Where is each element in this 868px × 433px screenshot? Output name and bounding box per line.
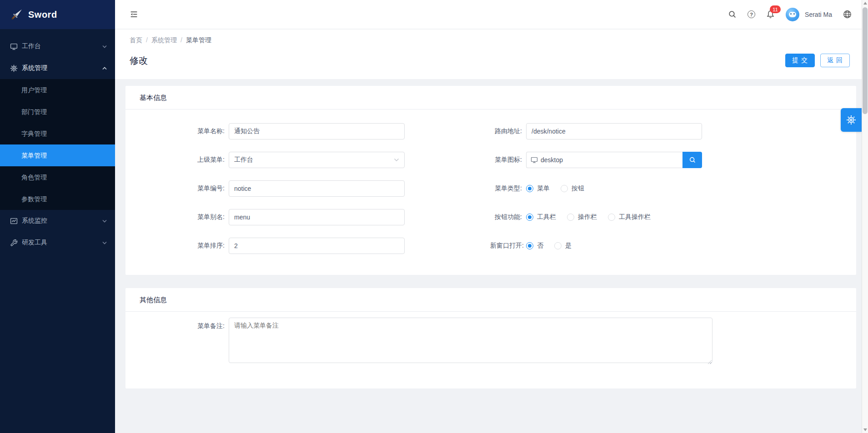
app-logo[interactable]: Sword bbox=[0, 0, 115, 29]
parent-menu-item: 上级菜单: 工作台 bbox=[125, 152, 490, 168]
user-name[interactable]: Serati Ma bbox=[805, 11, 832, 18]
menu-code-item: 菜单编号: bbox=[125, 180, 490, 197]
menu-name-input[interactable] bbox=[229, 123, 405, 139]
search-icon[interactable] bbox=[728, 10, 737, 19]
sidebar-item-system-mgmt[interactable]: 系统管理 bbox=[0, 57, 115, 79]
monitor-icon bbox=[531, 156, 538, 164]
sword-icon bbox=[11, 9, 23, 20]
chevron-down-icon bbox=[394, 158, 399, 162]
monitor-icon bbox=[10, 43, 18, 50]
radio-button[interactable]: 按钮 bbox=[561, 184, 584, 193]
sidebar-item-label: 系统监控 bbox=[22, 217, 102, 225]
notification-badge: 11 bbox=[770, 5, 781, 13]
icon-search-button[interactable] bbox=[682, 152, 702, 168]
sidebar-item-dict-mgmt[interactable]: 字典管理 bbox=[0, 123, 115, 144]
sidebar-item-role-mgmt[interactable]: 角色管理 bbox=[0, 166, 115, 188]
breadcrumb-home[interactable]: 首页 bbox=[130, 36, 142, 45]
menu-icon-input[interactable] bbox=[541, 156, 678, 164]
button-func-item: 按钮功能: 工具栏 操作栏 工具操作栏 bbox=[490, 209, 856, 225]
main-content: 基本信息 菜单名称: 路由地址: 上级菜单: 工作台 bbox=[115, 79, 862, 433]
menu-type-item: 菜单类型: 菜单 按钮 bbox=[490, 180, 856, 197]
menu-icon-label: 菜单图标: bbox=[490, 156, 526, 164]
menu-alias-item: 菜单别名: bbox=[125, 209, 490, 225]
gear-icon bbox=[846, 115, 856, 125]
section-title-other: 其他信息 bbox=[125, 288, 856, 312]
menu-type-radio-group: 菜单 按钮 bbox=[526, 184, 595, 193]
route-path-label: 路由地址: bbox=[490, 127, 526, 135]
settings-fab-button[interactable] bbox=[841, 108, 862, 132]
section-title-basic: 基本信息 bbox=[125, 86, 856, 109]
header-actions: ? 11 Serati Ma bbox=[728, 8, 852, 21]
sidebar-item-label: 系统管理 bbox=[22, 64, 102, 72]
menu-code-label: 菜单编号: bbox=[125, 184, 229, 193]
back-button[interactable]: 返 回 bbox=[820, 54, 850, 67]
page-title: 修改 bbox=[130, 55, 148, 67]
menu-sort-item: 菜单排序: bbox=[125, 238, 490, 254]
parent-menu-label: 上级菜单: bbox=[125, 156, 229, 164]
sidebar-item-menu-mgmt[interactable]: 菜单管理 bbox=[0, 144, 115, 166]
radio-yes[interactable]: 是 bbox=[554, 242, 572, 250]
menu-sort-input[interactable] bbox=[229, 238, 405, 254]
menu-alias-input[interactable] bbox=[229, 209, 405, 225]
new-window-item: 新窗口打开: 否 是 bbox=[490, 238, 856, 254]
breadcrumb-system-mgmt[interactable]: 系统管理 bbox=[151, 36, 177, 45]
menu-icon-input-wrap bbox=[526, 152, 682, 168]
sidebar-menu: 工作台 系统管理 bbox=[0, 29, 115, 254]
sidebar-item-dept-mgmt[interactable]: 部门管理 bbox=[0, 101, 115, 123]
bell-icon[interactable]: 11 bbox=[766, 10, 775, 19]
menu-icon-item: 菜单图标: bbox=[490, 152, 856, 168]
chevron-down-icon bbox=[102, 45, 107, 48]
button-func-radio-group: 工具栏 操作栏 工具操作栏 bbox=[526, 213, 662, 221]
sidebar-item-workbench[interactable]: 工作台 bbox=[0, 35, 115, 57]
avatar[interactable] bbox=[786, 8, 799, 21]
route-path-item: 路由地址: bbox=[490, 123, 856, 139]
sidebar-item-label: 研发工具 bbox=[22, 239, 102, 247]
radio-toolbar[interactable]: 工具栏 bbox=[526, 213, 556, 221]
button-func-label: 按钮功能: bbox=[490, 213, 526, 221]
menu-fold-icon[interactable] bbox=[130, 10, 138, 19]
breadcrumb-separator: / bbox=[146, 36, 148, 45]
wrench-icon bbox=[10, 239, 18, 247]
radio-no[interactable]: 否 bbox=[526, 242, 543, 250]
menu-remark-textarea[interactable] bbox=[229, 318, 712, 363]
breadcrumb-separator: / bbox=[181, 36, 182, 45]
parent-menu-select[interactable]: 工作台 bbox=[229, 152, 405, 168]
menu-alias-label: 菜单别名: bbox=[125, 213, 229, 221]
breadcrumb: 首页 / 系统管理 / 菜单管理 bbox=[130, 36, 850, 45]
chevron-up-icon bbox=[102, 67, 107, 70]
chevron-down-icon bbox=[102, 241, 107, 244]
scroll-down-arrow[interactable] bbox=[863, 428, 867, 431]
scrollbar-thumb[interactable] bbox=[863, 7, 868, 114]
menu-sort-label: 菜单排序: bbox=[125, 242, 229, 250]
gear-icon bbox=[10, 65, 18, 72]
chart-icon bbox=[10, 217, 18, 225]
radio-tool-action-bar[interactable]: 工具操作栏 bbox=[608, 213, 651, 221]
submit-button[interactable]: 提 交 bbox=[785, 54, 815, 67]
menu-remark-item: 菜单备注: bbox=[125, 318, 856, 365]
vertical-scrollbar[interactable] bbox=[862, 0, 868, 433]
radio-menu[interactable]: 菜单 bbox=[526, 184, 550, 193]
globe-icon[interactable] bbox=[843, 10, 852, 19]
sidebar: Sword 工作台 bbox=[0, 0, 115, 433]
menu-name-item: 菜单名称: bbox=[125, 123, 490, 139]
page-header: 首页 / 系统管理 / 菜单管理 修改 提 交 返 回 bbox=[115, 30, 862, 79]
top-header: ? 11 Serati Ma bbox=[115, 0, 862, 29]
other-info-card: 其他信息 菜单备注: bbox=[125, 288, 856, 388]
scroll-up-arrow[interactable] bbox=[863, 2, 867, 5]
sidebar-item-dev-tools[interactable]: 研发工具 bbox=[0, 232, 115, 254]
sidebar-item-param-mgmt[interactable]: 参数管理 bbox=[0, 188, 115, 210]
sidebar-submenu-system-mgmt: 用户管理 部门管理 字典管理 菜单管理 角色管理 参数管理 bbox=[0, 79, 115, 210]
menu-type-label: 菜单类型: bbox=[490, 184, 526, 193]
route-path-input[interactable] bbox=[526, 123, 702, 139]
menu-remark-label: 菜单备注: bbox=[125, 318, 229, 365]
radio-action-bar[interactable]: 操作栏 bbox=[567, 213, 597, 221]
help-icon[interactable]: ? bbox=[748, 10, 755, 18]
menu-code-input[interactable] bbox=[229, 180, 405, 197]
menu-name-label: 菜单名称: bbox=[125, 127, 229, 135]
new-window-label: 新窗口打开: bbox=[490, 242, 526, 250]
sidebar-item-user-mgmt[interactable]: 用户管理 bbox=[0, 79, 115, 101]
chevron-down-icon bbox=[102, 219, 107, 223]
breadcrumb-menu-mgmt: 菜单管理 bbox=[186, 36, 211, 45]
sidebar-item-system-monitor[interactable]: 系统监控 bbox=[0, 210, 115, 232]
app-title: Sword bbox=[28, 10, 57, 20]
